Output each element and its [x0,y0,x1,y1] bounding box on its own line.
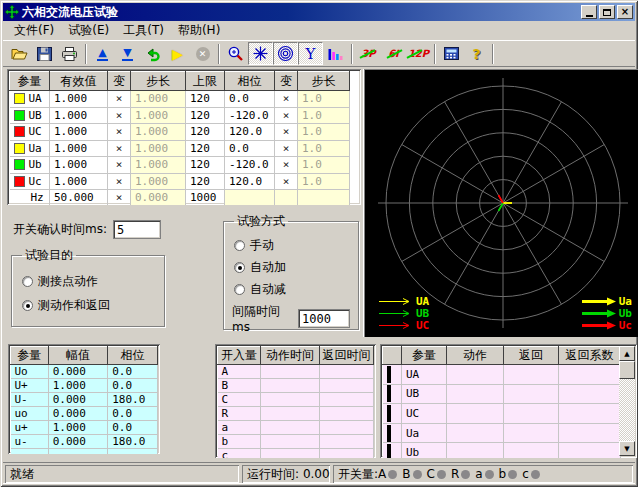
value-cell[interactable]: × [108,190,131,206]
value-cell[interactable]: 1.0 [298,91,350,108]
result-checkbox[interactable] [387,385,391,402]
value-cell[interactable]: 1.000 [131,124,186,141]
value-cell[interactable]: × [108,107,131,124]
test-purpose-radio[interactable] [22,276,33,287]
value-cell[interactable]: 0.0 [225,140,275,157]
mode-3p-button[interactable]: 3P [356,42,381,65]
result-checkbox[interactable] [387,444,391,458]
zoom-button[interactable] [223,42,248,65]
value-cell[interactable]: 1.000 [131,140,186,157]
value-cell[interactable]: × [275,173,298,190]
value-cell[interactable]: 1.000 [50,91,108,108]
minimize-button[interactable] [581,5,597,19]
toolbar-separator [218,44,220,64]
test-purpose-option[interactable]: 测接点动作 [22,273,154,290]
value-cell[interactable]: × [108,140,131,157]
value-cell[interactable]: 0.0 [225,91,275,108]
test-purpose-radio[interactable] [22,300,33,311]
result-checkbox[interactable] [387,425,391,442]
mode-6i-button[interactable]: 6I [381,42,406,65]
value-cell[interactable]: 1.000 [131,173,186,190]
value-cell[interactable]: 1000 [186,190,225,206]
value-cell[interactable]: 1.000 [131,91,186,108]
test-mode-radio[interactable] [234,284,245,295]
value-cell[interactable]: 120 [186,107,225,124]
scroll-thumb[interactable] [619,361,635,379]
value-cell[interactable]: 50.000 [50,190,108,206]
undo-button[interactable] [140,42,165,65]
value-cell[interactable]: 1.0 [298,173,350,190]
value-cell[interactable]: 1.0 [298,157,350,174]
menu-test[interactable]: 试验(E) [61,21,116,40]
test-purpose-option[interactable]: 测动作和返回 [22,297,154,314]
save-button[interactable] [32,42,57,65]
value-cell[interactable]: 0.000 [131,190,186,206]
value-cell[interactable]: -120.0 [225,107,275,124]
scroll-down-button[interactable]: ▼ [619,441,635,456]
test-mode-radio[interactable] [234,262,245,273]
lower-button[interactable]: ▼ [115,42,140,65]
result-scrollbar[interactable]: ▲ ▼ [619,346,635,456]
close-icon: × [621,7,629,17]
maximize-button[interactable] [599,5,615,19]
value-cell[interactable]: 1.0 [298,124,350,141]
value-cell[interactable]: -120.0 [225,157,275,174]
test-mode-option[interactable]: 自动减 [234,281,348,298]
menu-help[interactable]: 帮助(H) [171,21,227,40]
value-cell[interactable]: × [275,140,298,157]
test-mode-option[interactable]: 手动 [234,237,348,254]
status-ready: 就绪 [5,465,239,483]
value-cell[interactable]: 120.0 [225,124,275,141]
open-button[interactable] [7,42,32,65]
value-cell[interactable]: 120.0 [225,173,275,190]
result-checkbox[interactable] [387,405,391,422]
value-cell[interactable]: 1.0 [298,140,350,157]
value-cell[interactable] [225,190,275,206]
value-cell[interactable]: × [275,91,298,108]
value-cell[interactable]: 120 [186,140,225,157]
value-cell[interactable]: × [275,124,298,141]
print-button[interactable] [57,42,82,65]
value-cell[interactable]: 1.000 [131,157,186,174]
value-cell[interactable]: 120 [186,157,225,174]
value-cell[interactable] [275,190,298,206]
menu-file[interactable]: 文件(F) [7,21,61,40]
value-cell[interactable]: 1.0 [298,107,350,124]
value-cell[interactable]: 1.000 [50,157,108,174]
help-button[interactable]: ? [464,42,489,65]
value-cell[interactable]: 1.000 [131,107,186,124]
vector-view-button[interactable]: Y [298,42,323,65]
value-cell[interactable]: × [108,124,131,141]
value-cell[interactable]: 120 [186,173,225,190]
scroll-up-button[interactable]: ▲ [619,346,635,361]
mode-12p-button[interactable]: 12P [406,42,431,65]
rings-view-button[interactable] [273,42,298,65]
value-cell[interactable]: × [108,91,131,108]
raise-button[interactable]: ▲ [90,42,115,65]
menu-tools[interactable]: 工具(T) [116,21,171,40]
test-mode-option[interactable]: 自动加 [234,259,348,276]
result-checkbox[interactable] [387,366,391,383]
phasor-view-button[interactable] [248,42,273,65]
value-cell[interactable]: 1.000 [50,173,108,190]
value-cell[interactable]: × [275,107,298,124]
stop-button[interactable]: ✕ [190,42,215,65]
test-mode-radio[interactable] [234,240,245,251]
value-cell[interactable] [298,190,350,206]
switch-confirm-input[interactable] [113,220,161,239]
bars-view-button[interactable] [323,42,348,65]
value-cell[interactable]: 1.000 [50,107,108,124]
start-button[interactable]: ▶ [165,42,190,65]
legend-item: UC [378,319,429,331]
interval-input[interactable] [298,309,350,328]
value-cell[interactable]: 120 [186,91,225,108]
calculator-button[interactable] [439,42,464,65]
value-cell[interactable]: × [108,173,131,190]
value-cell[interactable]: 1.000 [50,140,108,157]
value-cell[interactable]: × [275,157,298,174]
value-cell[interactable]: × [108,157,131,174]
table-row: B [218,379,374,393]
close-button[interactable]: × [617,5,633,19]
value-cell[interactable]: 120 [186,124,225,141]
value-cell[interactable]: 1.000 [50,124,108,141]
